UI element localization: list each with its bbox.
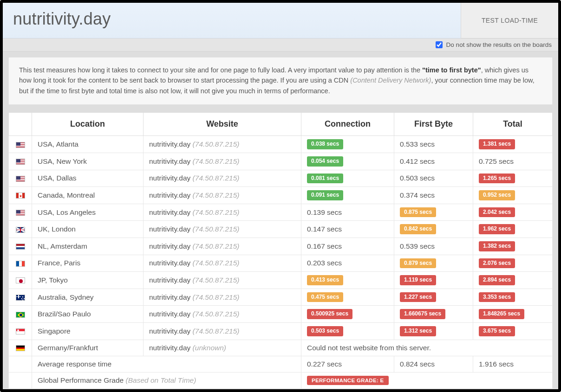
cell-total: 1.962 secs (473, 221, 553, 238)
cell-website: nutritivity.day (74.50.87.215) (144, 170, 301, 187)
page-title: nutritivity.day (13, 9, 450, 29)
flag-uk-icon (16, 227, 25, 233)
cell-website: nutritivity.day (74.50.87.215) (144, 221, 301, 238)
cell-location: Germany/Frankfurt (32, 340, 144, 356)
metric-badge: 0.081 secs (307, 174, 343, 184)
metric-badge: 1.227 secs (400, 292, 436, 302)
metric-value: 0.167 secs (307, 242, 342, 250)
col-connection[interactable]: Connection (301, 113, 394, 136)
cell-website: nutritivity.day (74.50.87.215) (144, 204, 301, 221)
metric-badge: 0.952 secs (479, 190, 515, 200)
cell-avg-conn: 0.227 secs (301, 356, 394, 372)
cell-total: 3.353 secs (473, 289, 553, 306)
cell-location: Brazil/Sao Paulo (32, 306, 144, 323)
hide-results-checkbox[interactable] (436, 41, 443, 48)
cell-website: nutritivity.day (74.50.87.215) (144, 187, 301, 204)
table-row: USA, New Yorknutritivity.day (74.50.87.2… (9, 153, 553, 170)
table-row: Australia, Sydneynutritivity.day (74.50.… (9, 289, 553, 306)
col-firstbyte[interactable]: First Byte (394, 113, 473, 136)
col-website[interactable]: Website (144, 113, 301, 136)
desc-italic: (Content Delivery Network) (350, 77, 431, 84)
cell-location: USA, New York (32, 153, 144, 170)
flag-au-icon (16, 295, 25, 301)
metric-badge: 0.475 secs (307, 292, 343, 302)
table-row-error: Germany/Frankfurtnutritivity.day (unknow… (9, 340, 553, 356)
cell-connection: 0.413 secs (301, 272, 394, 289)
cell-grade-badge: PERFORMANCE GRADE: E (301, 372, 553, 388)
metric-badge: 0.879 secs (400, 258, 436, 269)
test-loadtime-button[interactable]: TEST LOAD-TIME (461, 3, 558, 39)
cell-total: 1.265 secs (473, 170, 553, 187)
cell-total: 2.042 secs (473, 204, 553, 221)
metric-value: 0.139 secs (307, 208, 342, 216)
cell-total: 2.076 secs (473, 255, 553, 272)
cell-location: USA, Atlanta (32, 136, 144, 153)
cell-total: 1.381 secs (473, 136, 553, 153)
cell-total: 0.952 secs (473, 187, 553, 204)
cell-firstbyte: 0.539 secs (394, 238, 473, 255)
metric-badge: 0.842 secs (400, 224, 436, 234)
cell-firstbyte: 1.660675 secs (394, 306, 473, 323)
metric-value: 0.539 secs (400, 242, 435, 250)
cell-total: 0.725 secs (473, 153, 553, 170)
cell-location: USA, Los Angeles (32, 204, 144, 221)
metric-badge: 2.894 secs (479, 275, 515, 285)
cell-connection: 0.500925 secs (301, 306, 394, 323)
cell-connection: 0.038 secs (301, 136, 394, 153)
flag-us-icon (16, 176, 25, 182)
metric-value: 0.147 secs (307, 225, 342, 233)
cell-location: JP, Tokyo (32, 272, 144, 289)
cell-grade-label: Global Performance Grade (Based on Total… (32, 372, 301, 388)
cell-website: nutritivity.day (74.50.87.215) (144, 289, 301, 306)
cell-connection: 0.475 secs (301, 289, 394, 306)
cell-location: Singapore (32, 322, 144, 340)
cell-website: nutritivity.day (74.50.87.215) (144, 322, 301, 340)
metric-badge: 1.265 secs (479, 174, 515, 184)
col-location[interactable]: Location (32, 113, 144, 136)
cell-location: France, Paris (32, 255, 144, 272)
metric-badge: 0.091 secs (307, 190, 343, 200)
cell-connection: 0.203 secs (301, 255, 394, 272)
cell-total: 3.675 secs (473, 322, 553, 340)
cell-total: 1.382 secs (473, 238, 553, 255)
cell-connection: 0.147 secs (301, 221, 394, 238)
metric-badge: 3.675 secs (479, 326, 515, 336)
flag-fr-icon (16, 261, 25, 267)
metric-badge: 2.042 secs (479, 207, 515, 218)
cell-location: UK, London (32, 221, 144, 238)
metric-value: 0.725 secs (479, 157, 514, 165)
flag-sg-icon (16, 328, 25, 334)
metric-badge: 0.875 secs (400, 207, 436, 218)
cell-connection: 0.167 secs (301, 238, 394, 255)
cell-connection: 0.503 secs (301, 322, 394, 340)
cell-firstbyte: 0.503 secs (394, 170, 473, 187)
cell-website: nutritivity.day (74.50.87.215) (144, 238, 301, 255)
cell-total: 1.848265 secs (473, 306, 553, 323)
table-row: USA, Dallasnutritivity.day (74.50.87.215… (9, 170, 553, 187)
options-row: Do not show the results on the boards (3, 39, 558, 51)
cell-website: nutritivity.day (74.50.87.215) (144, 306, 301, 323)
metric-badge: 1.382 secs (479, 241, 515, 251)
metric-badge: 2.076 secs (479, 258, 515, 269)
cell-firstbyte: 0.412 secs (394, 153, 473, 170)
cell-location: USA, Dallas (32, 170, 144, 187)
flag-br-icon (16, 312, 25, 318)
cell-website: nutritivity.day (74.50.87.215) (144, 255, 301, 272)
col-total[interactable]: Total (473, 113, 553, 136)
cell-firstbyte: 1.227 secs (394, 289, 473, 306)
cell-firstbyte: 1.119 secs (394, 272, 473, 289)
metric-badge: 0.038 secs (307, 139, 343, 149)
flag-us-icon (16, 142, 25, 148)
flag-nl-icon (16, 244, 25, 250)
metric-badge: 1.381 secs (479, 139, 515, 149)
cell-website: nutritivity.day (74.50.87.215) (144, 136, 301, 153)
metric-badge: 1.848265 secs (479, 309, 524, 319)
col-flag (9, 113, 32, 136)
cell-avg-fb: 0.824 secs (394, 356, 473, 372)
cell-error: Could not test website from this server. (301, 340, 553, 356)
cell-website: nutritivity.day (74.50.87.215) (144, 272, 301, 289)
table-row: USA, Los Angelesnutritivity.day (74.50.8… (9, 204, 553, 221)
desc-bold: "time to first byte" (422, 66, 481, 74)
cell-website: nutritivity.day (74.50.87.215) (144, 153, 301, 170)
metric-value: 0.533 secs (400, 140, 435, 148)
